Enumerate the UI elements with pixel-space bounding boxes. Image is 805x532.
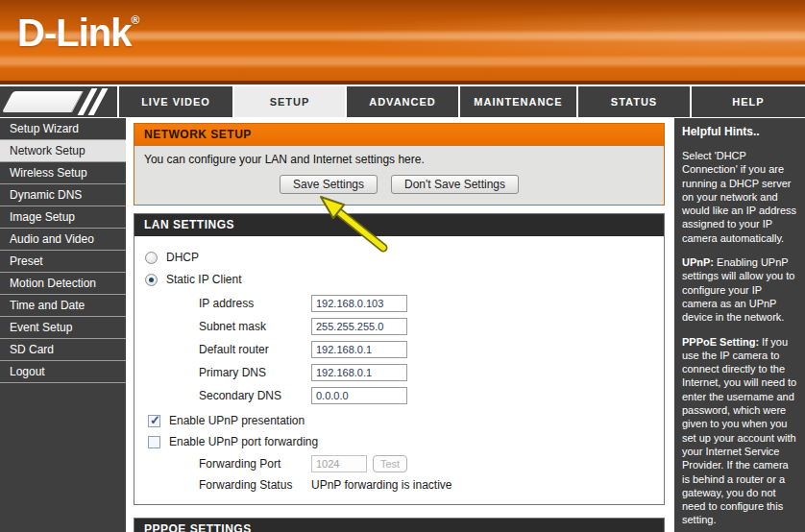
sidebar-item-logout[interactable]: Logout bbox=[0, 361, 126, 383]
sidebar-item-audio-and-video[interactable]: Audio and Video bbox=[0, 229, 126, 251]
upnp-port-forwarding-checkbox[interactable] bbox=[148, 436, 160, 448]
save-settings-button[interactable]: Save Settings bbox=[280, 175, 378, 194]
lan-settings-title: LAN SETTINGS bbox=[134, 214, 664, 236]
hint-dhcp: Select 'DHCP Connection' if you are runn… bbox=[682, 149, 797, 245]
sidebar-item-image-setup[interactable]: Image Setup bbox=[0, 206, 126, 229]
default-router-input[interactable] bbox=[311, 341, 407, 358]
helpful-hints-title: Helpful Hints.. bbox=[682, 125, 797, 138]
sidebar-item-wireless-setup[interactable]: Wireless Setup bbox=[0, 162, 126, 184]
secondary-dns-row: Secondary DNS bbox=[134, 384, 664, 407]
forwarding-status-row: Forwarding Status UPnP forwarding is ina… bbox=[134, 475, 664, 495]
dlink-logo: D-Link® bbox=[17, 12, 138, 55]
dhcp-radio-label: DHCP bbox=[166, 251, 199, 264]
secondary-dns-input[interactable] bbox=[311, 387, 407, 404]
dhcp-radio-row: DHCP bbox=[134, 249, 664, 266]
top-nav: LIVE VIDEO SETUP ADVANCED MAINTENANCE ST… bbox=[0, 85, 805, 118]
static-ip-radio[interactable] bbox=[145, 274, 158, 286]
network-setup-title: NETWORK SETUP bbox=[134, 124, 664, 146]
forwarding-status-label: Forwarding Status bbox=[199, 478, 311, 492]
forwarding-status-value: UPnP forwarding is inactive bbox=[311, 478, 452, 492]
upnp-presentation-label: Enable UPnP presentation bbox=[169, 414, 305, 427]
main-content: NETWORK SETUP You can configure your LAN… bbox=[134, 118, 665, 532]
sidebar-item-motion-detection[interactable]: Motion Detection bbox=[0, 273, 126, 295]
ip-address-input[interactable] bbox=[311, 295, 407, 312]
nav-model-badge bbox=[0, 86, 117, 117]
primary-dns-label: Primary DNS bbox=[199, 366, 311, 379]
model-badge-shape bbox=[2, 91, 83, 112]
subnet-mask-label: Subnet mask bbox=[199, 320, 311, 333]
sidebar-item-sd-card[interactable]: SD Card bbox=[0, 339, 126, 361]
forwarding-port-input[interactable] bbox=[311, 455, 367, 472]
upnp-presentation-row: Enable UPnP presentation bbox=[134, 410, 664, 431]
registered-mark: ® bbox=[131, 13, 138, 27]
forwarding-port-label: Forwarding Port bbox=[199, 457, 311, 471]
static-ip-radio-label: Static IP Client bbox=[166, 273, 241, 286]
forwarding-port-row: Forwarding Port Test bbox=[134, 452, 664, 475]
banner-divider bbox=[0, 81, 805, 85]
network-setup-section: NETWORK SETUP You can configure your LAN… bbox=[134, 123, 665, 206]
sidebar-item-dynamic-dns[interactable]: Dynamic DNS bbox=[0, 184, 126, 206]
pppoe-settings-title: PPPOE SETTINGS bbox=[134, 519, 664, 532]
sidebar-item-network-setup[interactable]: Network Setup bbox=[0, 140, 126, 162]
upnp-presentation-checkbox[interactable] bbox=[148, 415, 160, 427]
sidebar-item-time-and-date[interactable]: Time and Date bbox=[0, 295, 126, 317]
sidebar-item-setup-wizard[interactable]: Setup Wizard bbox=[0, 118, 126, 140]
pppoe-settings-section: PPPOE SETTINGS bbox=[134, 518, 665, 532]
primary-dns-row: Primary DNS bbox=[134, 361, 664, 384]
lan-settings-body: DHCP Static IP Client IP address Subnet … bbox=[134, 236, 664, 504]
lan-settings-section: LAN SETTINGS DHCP Static IP Client IP ad… bbox=[134, 213, 665, 505]
test-button[interactable]: Test bbox=[373, 455, 407, 472]
subnet-mask-input[interactable] bbox=[311, 318, 407, 335]
tab-setup[interactable]: SETUP bbox=[234, 86, 345, 117]
brand-banner: D-Link® bbox=[0, 0, 805, 81]
default-router-row: Default router bbox=[134, 338, 664, 361]
default-router-label: Default router bbox=[199, 343, 311, 356]
dont-save-settings-button[interactable]: Don't Save Settings bbox=[391, 175, 519, 194]
secondary-dns-label: Secondary DNS bbox=[199, 389, 311, 402]
dhcp-radio[interactable] bbox=[145, 252, 158, 264]
static-ip-radio-row: Static IP Client bbox=[134, 271, 664, 288]
subnet-mask-row: Subnet mask bbox=[134, 315, 664, 338]
tab-maintenance[interactable]: MAINTENANCE bbox=[460, 86, 576, 117]
tab-status[interactable]: STATUS bbox=[578, 86, 690, 117]
primary-dns-input[interactable] bbox=[311, 364, 407, 381]
tab-advanced[interactable]: ADVANCED bbox=[347, 86, 458, 117]
hint-upnp: UPnP: Enabling UPnP settings will allow … bbox=[682, 255, 797, 324]
sidebar-item-event-setup[interactable]: Event Setup bbox=[0, 317, 126, 339]
ip-address-row: IP address bbox=[134, 292, 664, 315]
network-setup-body: You can configure your LAN and Internet … bbox=[134, 146, 664, 205]
tab-live-video[interactable]: LIVE VIDEO bbox=[119, 86, 232, 117]
sidebar-item-preset[interactable]: Preset bbox=[0, 251, 126, 273]
helpful-hints-panel: Helpful Hints.. Select 'DHCP Connection'… bbox=[674, 118, 805, 532]
ip-address-label: IP address bbox=[199, 297, 311, 310]
tab-help[interactable]: HELP bbox=[692, 86, 805, 117]
sidebar: Setup Wizard Network Setup Wireless Setu… bbox=[0, 118, 126, 532]
hint-pppoe: PPPoE Setting: If you use the IP camera … bbox=[682, 335, 797, 527]
upnp-port-forwarding-label: Enable UPnP port forwarding bbox=[169, 435, 318, 448]
network-setup-description: You can configure your LAN and Internet … bbox=[134, 153, 664, 166]
upnp-port-forwarding-row: Enable UPnP port forwarding bbox=[134, 431, 664, 452]
